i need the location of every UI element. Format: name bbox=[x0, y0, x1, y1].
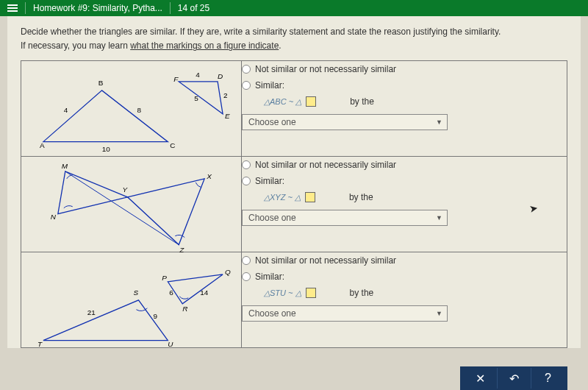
chevron-down-icon: ▼ bbox=[436, 214, 442, 221]
radio-icon bbox=[242, 65, 251, 74]
reason-select-1[interactable]: Choose one ▼ bbox=[242, 114, 448, 130]
side-FE: 5 bbox=[194, 94, 198, 102]
side-DE: 2 bbox=[223, 91, 228, 99]
label-T: T bbox=[37, 340, 43, 348]
tri-label-3: △STU ~ △ bbox=[264, 288, 301, 298]
figure-2: M N Y X Z bbox=[21, 157, 241, 252]
side-SU: 9 bbox=[153, 312, 157, 320]
radio-similar-2[interactable]: Similar: bbox=[242, 176, 567, 186]
radio-icon bbox=[242, 160, 251, 169]
close-button[interactable]: ✕ bbox=[463, 368, 497, 389]
radio-not-similar-2[interactable]: Not similar or not necessarily similar bbox=[242, 160, 567, 170]
label-M: M bbox=[62, 162, 68, 170]
radio-icon bbox=[242, 177, 251, 185]
reason-select-3[interactable]: Choose one ▼ bbox=[242, 305, 448, 322]
side-PR: 6 bbox=[169, 288, 173, 297]
figure-1: A B C 4 8 10 F D E 4 2 5 bbox=[21, 61, 241, 157]
prompt: Decide whether the triangles are similar… bbox=[21, 25, 567, 53]
label-A: A bbox=[40, 141, 45, 149]
help-icon: ? bbox=[545, 372, 551, 385]
side-FD: 4 bbox=[196, 71, 200, 79]
label-F: F bbox=[173, 75, 179, 83]
answer-cell-1: Not similar or not necessarily similar S… bbox=[242, 61, 567, 157]
undo-button[interactable]: ↶ bbox=[497, 368, 531, 389]
answer-input-3[interactable] bbox=[306, 288, 316, 298]
similarity-statement-1: △ABC ~ △ by the bbox=[264, 96, 567, 107]
label-D: D bbox=[218, 72, 223, 80]
radio-similar-3[interactable]: Similar: bbox=[242, 272, 567, 282]
divider bbox=[25, 2, 26, 14]
answer-input-1[interactable] bbox=[306, 96, 316, 107]
content: Decide whether the triangles are similar… bbox=[7, 16, 581, 348]
radio-not-similar-3[interactable]: Not similar or not necessarily similar bbox=[242, 255, 567, 266]
tri-label-2: △XYZ ~ △ bbox=[264, 193, 301, 202]
label-R: R bbox=[182, 305, 187, 313]
answer-input-2[interactable] bbox=[305, 192, 315, 202]
radio-icon bbox=[242, 272, 251, 281]
reason-select-2[interactable]: Choose one ▼ bbox=[242, 210, 448, 226]
svg-marker-6 bbox=[168, 274, 223, 304]
label-E: E bbox=[225, 112, 230, 120]
question-table: A B C 4 8 10 F D E 4 2 5 bbox=[21, 60, 567, 348]
chevron-down-icon: ▼ bbox=[436, 310, 442, 317]
similarity-statement-3: △STU ~ △ by the bbox=[264, 288, 567, 298]
label-N: N bbox=[51, 213, 57, 221]
label-B: B bbox=[98, 79, 104, 87]
label-P: P bbox=[162, 274, 167, 282]
svg-marker-1 bbox=[179, 82, 223, 114]
help-button[interactable]: ? bbox=[531, 368, 564, 389]
figure-cell-2: M N Y X Z bbox=[21, 157, 242, 252]
undo-icon: ↶ bbox=[509, 372, 519, 386]
chevron-down-icon: ▼ bbox=[436, 118, 442, 126]
answer-cell-2: Not similar or not necessarily similar S… bbox=[242, 157, 567, 252]
page-root: Homework #9: Similarity, Pytha... 14 of … bbox=[0, 0, 588, 390]
radio-icon bbox=[242, 81, 251, 90]
close-icon: ✕ bbox=[476, 372, 485, 386]
prompt-line1: Decide whether the triangles are similar… bbox=[21, 25, 567, 39]
side-PQ: 14 bbox=[200, 288, 209, 297]
assignment-title: Homework #9: Similarity, Pytha... bbox=[33, 3, 162, 13]
label-C: C bbox=[170, 141, 175, 149]
side-BC: 8 bbox=[137, 106, 141, 114]
side-AB: 4 bbox=[64, 106, 68, 114]
similarity-statement-2: △XYZ ~ △ by the bbox=[264, 192, 567, 202]
svg-marker-0 bbox=[43, 91, 168, 142]
side-AC: 10 bbox=[102, 145, 111, 153]
divider bbox=[170, 2, 171, 14]
svg-marker-2 bbox=[58, 171, 128, 214]
progress-count: 14 of 25 bbox=[178, 3, 209, 13]
prompt-line2: If necessary, you may learn what the mar… bbox=[21, 39, 567, 53]
figure-cell-1: A B C 4 8 10 F D E 4 2 5 bbox=[21, 61, 242, 157]
cursor-icon: ➤ bbox=[528, 202, 539, 215]
label-Z: Z bbox=[179, 246, 184, 252]
svg-marker-5 bbox=[43, 300, 168, 341]
menu-icon[interactable] bbox=[7, 4, 18, 12]
footer-buttons: ✕ ↶ ? bbox=[460, 366, 567, 390]
label-S: S bbox=[133, 288, 138, 297]
label-Y: Y bbox=[123, 185, 129, 194]
topbar: Homework #9: Similarity, Pytha... 14 of … bbox=[0, 0, 588, 16]
radio-not-similar-1[interactable]: Not similar or not necessarily similar bbox=[242, 64, 567, 74]
svg-marker-3 bbox=[128, 179, 205, 245]
radio-icon bbox=[242, 256, 251, 265]
markings-link[interactable]: what the markings on a figure indicate bbox=[130, 40, 279, 51]
radio-similar-1[interactable]: Similar: bbox=[242, 80, 567, 91]
figure-3: T S U 21 9 P Q R 6 14 bbox=[21, 252, 241, 348]
label-X: X bbox=[206, 172, 212, 180]
figure-cell-3: T S U 21 9 P Q R 6 14 bbox=[21, 252, 242, 348]
tri-label-1: △ABC ~ △ bbox=[264, 97, 301, 107]
answer-cell-3: Not similar or not necessarily similar S… bbox=[242, 252, 567, 348]
label-U: U bbox=[168, 340, 173, 348]
label-Q: Q bbox=[225, 268, 231, 276]
side-ST: 21 bbox=[87, 308, 96, 316]
